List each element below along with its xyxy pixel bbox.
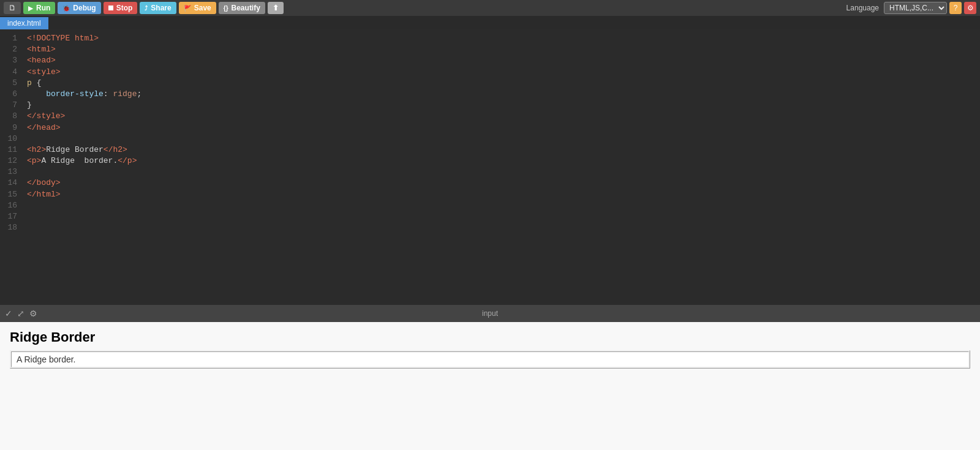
preview-paragraph: A Ridge border. [10, 350, 970, 369]
divider-settings-button[interactable]: ⚙ [29, 309, 37, 318]
tab-bar: index.html [0, 16, 980, 29]
beautify-button[interactable]: {} Beautify [219, 2, 265, 14]
toolbar: 🗋 ▶ Run 🐞 Debug Stop ⤴ Share 🚩 Save {} B… [0, 0, 980, 16]
divider-label: input [482, 309, 498, 318]
new-file-button[interactable]: 🗋 [4, 2, 21, 14]
debug-button[interactable]: 🐞 Debug [58, 2, 100, 14]
upload-button[interactable]: ⬆ [268, 2, 284, 14]
code-content[interactable]: <!DOCTYPE html> <html> <head> <style> p … [22, 29, 980, 305]
divider: ✓ ⤢ ⚙ input [0, 305, 980, 322]
line-numbers: 12345 678910 1112131415 161718 [0, 29, 22, 305]
share-button[interactable]: ⤴ Share [140, 2, 176, 14]
stop-button[interactable]: Stop [104, 2, 138, 14]
run-button[interactable]: ▶ Run [23, 2, 55, 14]
save-button[interactable]: 🚩 Save [179, 2, 216, 14]
help-button[interactable]: ? [949, 2, 962, 14]
preview-area: Ridge Border A Ridge border. [0, 322, 980, 450]
settings-button[interactable]: ⚙ [964, 2, 976, 14]
expand-button[interactable]: ⤢ [17, 309, 24, 318]
tab-index-html[interactable]: index.html [0, 17, 48, 29]
language-select[interactable]: HTML,JS,C... HTML JavaScript CSS [884, 2, 947, 14]
collapse-button[interactable]: ✓ [5, 309, 12, 318]
language-label: Language [846, 4, 879, 12]
preview-heading: Ridge Border [10, 329, 970, 345]
code-editor: 12345 678910 1112131415 161718 <!DOCTYPE… [0, 29, 980, 305]
